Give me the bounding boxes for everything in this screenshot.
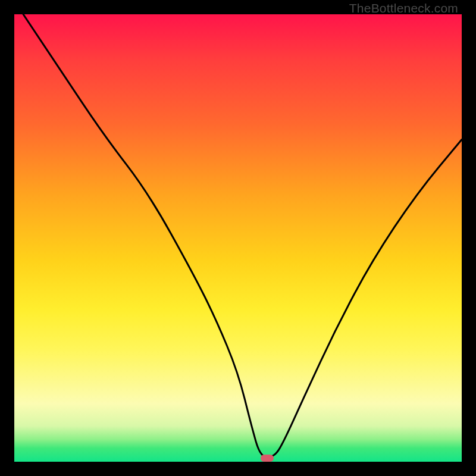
chart-frame: TheBottleneck.com <box>0 0 476 476</box>
gradient-plot-area <box>14 14 462 462</box>
minimum-marker <box>261 455 274 462</box>
watermark-text: TheBottleneck.com <box>349 1 458 15</box>
bottleneck-curve <box>14 14 462 462</box>
